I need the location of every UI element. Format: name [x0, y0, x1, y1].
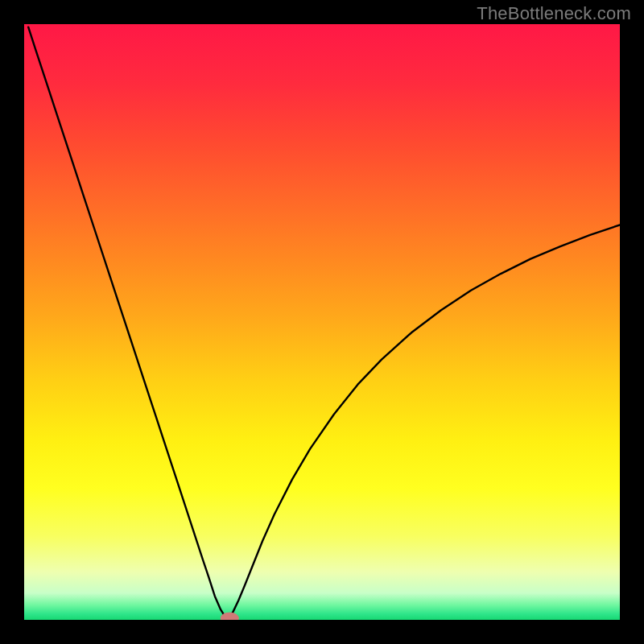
optimal-point-marker [221, 613, 238, 620]
gradient-background [24, 24, 620, 620]
watermark-text: TheBottleneck.com [477, 3, 631, 24]
plot-area [24, 24, 620, 620]
chart-frame: TheBottleneck.com [0, 0, 644, 644]
bottleneck-chart [24, 24, 620, 620]
